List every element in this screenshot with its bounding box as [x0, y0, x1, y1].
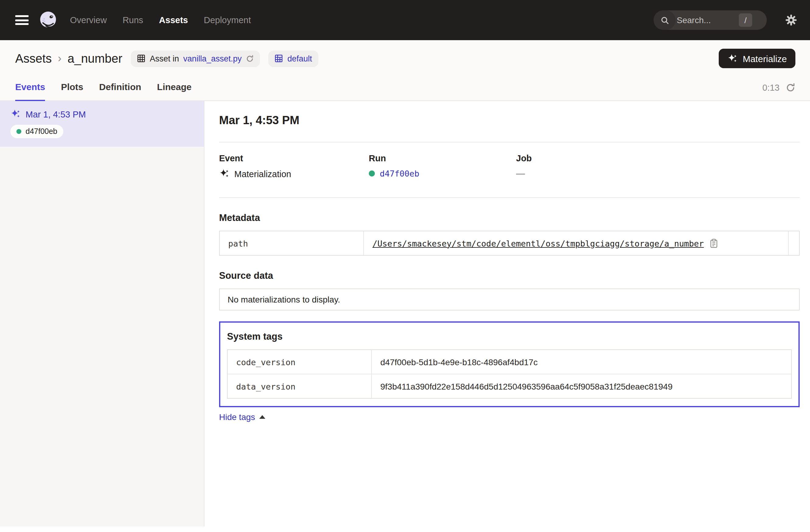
nav-item-assets[interactable]: Assets — [159, 15, 188, 25]
search-box[interactable]: / — [653, 10, 767, 30]
tab-plots[interactable]: Plots — [61, 74, 83, 101]
job-label: Job — [516, 154, 800, 163]
dagster-logo — [38, 10, 58, 30]
event-type-value: Materialization — [234, 169, 291, 179]
system-tags-heading: System tags — [227, 331, 792, 342]
metadata-key: path — [220, 231, 364, 255]
sparkle-icon — [10, 109, 21, 119]
table-row: code_version d47f00eb-5d1b-4e9e-b18c-489… — [228, 350, 791, 374]
source-data-empty-message: No materializations to display. — [228, 295, 340, 304]
source-data-empty-box: No materializations to display. — [219, 289, 800, 310]
system-tag-value: 9f3b411a390fd22e158d446d5d12504963596aa6… — [380, 381, 673, 391]
system-tag-key: code_version — [228, 350, 372, 374]
copy-icon[interactable] — [709, 238, 718, 248]
system-tags-table: code_version d47f00eb-5d1b-4e9e-b18c-489… — [227, 350, 792, 399]
caret-up-icon — [259, 415, 265, 419]
reload-icon[interactable] — [246, 54, 254, 62]
asset-group-pill[interactable]: default — [269, 50, 318, 67]
dagster-asset-page: Overview Runs Assets Deployment / — [0, 0, 810, 532]
menu-icon[interactable] — [15, 15, 29, 25]
nav-item-deployment[interactable]: Deployment — [204, 15, 251, 25]
tab-events[interactable]: Events — [15, 74, 45, 101]
event-timestamp: Mar 1, 4:53 PM — [26, 109, 86, 119]
system-tags-section: System tags code_version d47f00eb-5d1b-4… — [219, 321, 800, 407]
table-stub-cell — [788, 231, 799, 255]
divider — [219, 197, 800, 198]
run-label: Run — [369, 154, 516, 163]
status-dot — [369, 171, 375, 177]
event-detail-pane: Mar 1, 4:53 PM Event Materialization — [205, 101, 810, 527]
event-list-sidebar: Mar 1, 4:53 PM d47f00eb — [0, 101, 205, 527]
search-icon — [653, 10, 676, 30]
asset-pill-prefix: Asset in — [150, 54, 179, 63]
system-tag-key: data_version — [228, 374, 372, 398]
source-data-heading: Source data — [219, 270, 800, 281]
sparkle-icon — [219, 168, 229, 179]
event-detail-title: Mar 1, 4:53 PM — [219, 114, 800, 127]
job-column: Job — — [516, 154, 800, 179]
refresh-countdown: 0:13 — [763, 82, 780, 92]
search-input[interactable] — [676, 15, 739, 26]
run-id-link[interactable]: d47f00eb — [380, 168, 419, 178]
metadata-table: path /Users/smackesey/stm/code/elementl/… — [219, 231, 800, 256]
group-pill-label: default — [287, 54, 312, 63]
status-dot — [16, 129, 21, 134]
event-label: Event — [219, 154, 369, 163]
event-column: Event Materialization — [219, 154, 369, 179]
group-icon — [274, 54, 283, 63]
tab-definition[interactable]: Definition — [99, 74, 141, 101]
run-id-badge[interactable]: d47f00eb — [10, 125, 63, 138]
breadcrumb: Assets › a_number Asset in vanilla_asset… — [0, 40, 810, 74]
tabs-bar: Events Plots Definition Lineage 0:13 — [0, 74, 810, 101]
content-area: Mar 1, 4:53 PM d47f00eb Mar 1, 4:53 PM E… — [0, 101, 810, 527]
asset-pill-file-link[interactable]: vanilla_asset.py — [183, 54, 242, 63]
metadata-path-link[interactable]: /Users/smackesey/stm/code/elementl/oss/t… — [372, 238, 704, 248]
gear-icon[interactable] — [785, 14, 797, 26]
job-empty-value: — — [516, 168, 525, 178]
search-shortcut-key: / — [739, 13, 752, 27]
run-column: Run d47f00eb — [369, 154, 516, 179]
metadata-heading: Metadata — [219, 212, 800, 223]
nav-item-runs[interactable]: Runs — [123, 15, 143, 25]
materialize-button-label: Materialize — [743, 53, 787, 64]
run-id-text: d47f00eb — [26, 127, 57, 136]
tab-lineage[interactable]: Lineage — [157, 74, 191, 101]
nav-item-overview[interactable]: Overview — [70, 15, 107, 25]
sparkle-icon — [728, 53, 738, 64]
hide-tags-label: Hide tags — [219, 412, 255, 422]
chevron-right-icon: › — [58, 52, 62, 65]
page-title: a_number — [67, 51, 122, 65]
event-run-job-grid: Event Materialization Run d47f0 — [219, 154, 800, 179]
page-header: Assets › a_number Asset in vanilla_asset… — [0, 40, 810, 101]
nav-links: Overview Runs Assets Deployment — [70, 15, 251, 25]
asset-icon — [137, 54, 145, 63]
breadcrumb-root[interactable]: Assets — [15, 51, 52, 65]
table-row: data_version 9f3b411a390fd22e158d446d5d1… — [228, 374, 791, 398]
divider — [219, 142, 800, 142]
refresh-icon[interactable] — [785, 82, 795, 92]
hide-tags-link[interactable]: Hide tags — [219, 412, 265, 422]
table-row: path /Users/smackesey/stm/code/elementl/… — [220, 231, 799, 255]
event-list-item[interactable]: Mar 1, 4:53 PM d47f00eb — [0, 101, 204, 147]
system-tag-value: d47f00eb-5d1b-4e9e-b18c-4896af4bd17c — [380, 357, 538, 367]
materialize-button[interactable]: Materialize — [719, 49, 795, 68]
asset-definition-pill[interactable]: Asset in vanilla_asset.py — [131, 50, 260, 67]
top-nav: Overview Runs Assets Deployment / — [0, 0, 810, 40]
